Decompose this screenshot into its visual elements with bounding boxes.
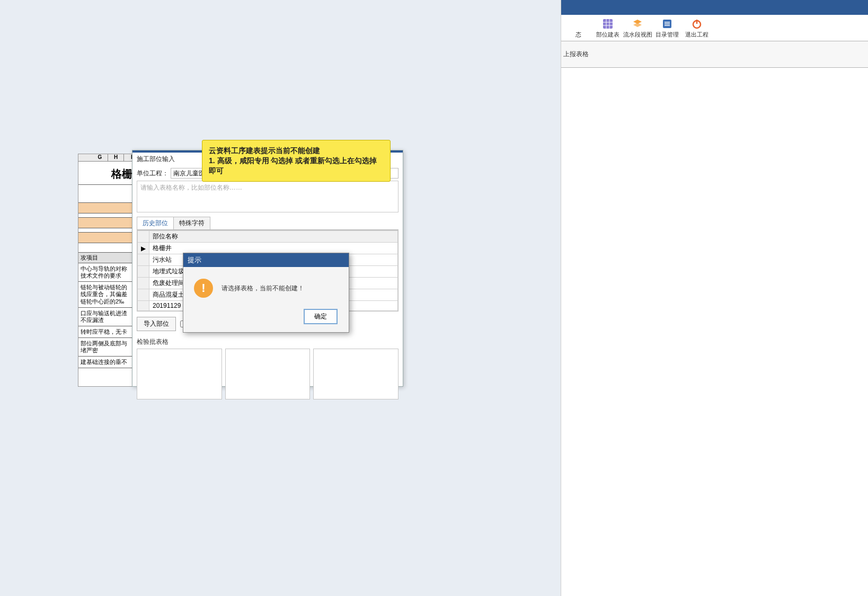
check-batch-label: 检验批表格 — [132, 336, 403, 348]
check-batch-columns — [137, 349, 398, 399]
list-icon — [661, 18, 673, 30]
import-location-button[interactable]: 导入部位 — [137, 317, 176, 331]
stack-icon — [632, 18, 643, 30]
right-panel: 态 部位建表 流水段视图 目录管理 退出工程 上报表格 — [561, 0, 868, 596]
row-selector[interactable] — [138, 301, 149, 311]
check-col[interactable] — [225, 349, 311, 399]
power-icon — [691, 18, 703, 30]
state-icon — [572, 18, 584, 30]
annotation-tooltip: 云资料工序建表提示当前不能创建 1. 高级，咸阳专用 勾选掉 或者重新勾选上在勾… — [202, 140, 391, 182]
tab-history[interactable]: 历史部位 — [137, 217, 174, 229]
toolbar-label: 态 — [563, 31, 593, 39]
tabs: 历史部位 特殊字符 — [137, 217, 398, 230]
row-selector[interactable]: ▶ — [138, 243, 149, 254]
toolbar-label: 流水段视图 — [623, 31, 652, 39]
toolbar-label: 退出工程 — [682, 31, 712, 39]
sub-toolbar-label: 上报表格 — [563, 50, 589, 58]
check-col[interactable] — [313, 349, 398, 399]
toolbar-item-flow-view[interactable]: 流水段视图 — [623, 18, 652, 39]
titlebar-stripe — [561, 0, 868, 15]
alert-dialog: 提示 ! 请选择表格，当前不能创建！ 确定 — [183, 253, 349, 333]
toolbar-item-exit[interactable]: 退出工程 — [682, 18, 712, 39]
sub-toolbar[interactable]: 上报表格 — [561, 41, 868, 68]
toolbar-label: 目录管理 — [652, 31, 682, 39]
row-selector[interactable] — [138, 254, 149, 266]
row-selector[interactable] — [138, 278, 149, 289]
row-selector[interactable] — [138, 266, 149, 278]
grid-icon — [602, 18, 614, 30]
dialog-message: 请选择表格，当前不能创建！ — [222, 284, 304, 293]
table-name-textarea[interactable]: 请输入表格名称，比如部位名称…… — [137, 181, 398, 212]
ok-button[interactable]: 确定 — [304, 309, 337, 324]
toolbar-item-catalog[interactable]: 目录管理 — [652, 18, 682, 39]
svg-marker-6 — [633, 23, 642, 27]
svg-rect-0 — [603, 19, 613, 29]
grid-header: 部位名称 — [149, 231, 398, 243]
dialog-footer: 确定 — [183, 305, 349, 332]
location-input-label: 施工部位输入 — [137, 155, 175, 164]
warning-icon: ! — [194, 279, 213, 298]
toolbar-label: 部位建表 — [593, 31, 623, 39]
tab-special-chars[interactable]: 特殊字符 — [173, 217, 210, 229]
dialog-title: 提示 — [183, 253, 349, 267]
dialog-body: ! 请选择表格，当前不能创建！ — [183, 267, 349, 305]
unit-project-label: 单位工程： — [137, 169, 169, 178]
annotation-line2: 1. 高级，咸阳专用 勾选掉 或者重新勾选上在勾选掉即可 — [209, 156, 384, 176]
toolbar: 态 部位建表 流水段视图 目录管理 退出工程 — [561, 15, 868, 41]
toolbar-item-state[interactable]: 态 — [563, 18, 593, 39]
col-letter: H — [108, 154, 124, 161]
col-letter: G — [92, 154, 108, 161]
annotation-line1: 云资料工序建表提示当前不能创建 — [209, 146, 384, 156]
row-selector[interactable] — [138, 289, 149, 301]
check-col[interactable] — [137, 349, 222, 399]
placeholder-text: 请输入表格名称，比如部位名称…… — [137, 181, 398, 194]
toolbar-item-position-table[interactable]: 部位建表 — [593, 18, 623, 39]
